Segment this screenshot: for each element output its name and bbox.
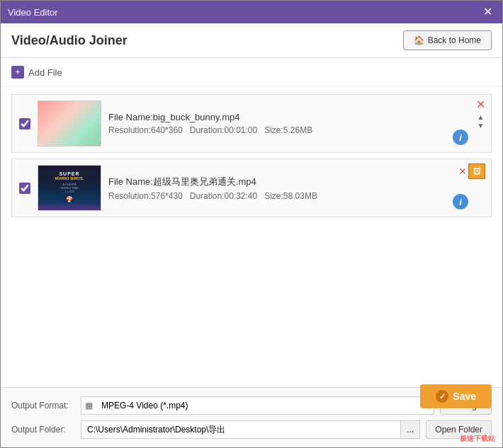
format-label: Output Format: <box>11 401 75 410</box>
add-file-button[interactable]: + Add File <box>11 64 62 81</box>
file1-actions: ✕ ▲ ▼ <box>476 99 485 130</box>
file2-resolution: Resolution:576*430 <box>108 191 183 201</box>
file2-info-button[interactable]: i <box>453 194 468 209</box>
file1-move-button[interactable]: ▲ ▼ <box>477 113 485 130</box>
page-title: Video/Audio Joiner <box>11 33 128 48</box>
format-row: Output Format: ▦ MPEG-4 Video (*.mp4) AV… <box>11 396 492 415</box>
file1-thumbnail <box>38 100 101 147</box>
file-list: File Name:big_buck_bunny.mp4 Resolution:… <box>1 87 502 387</box>
browse-button[interactable]: ... <box>401 420 420 439</box>
file2-info-button-wrapper: i <box>453 194 468 209</box>
folder-label: Output Folder: <box>11 425 75 435</box>
file2-checkbox[interactable] <box>19 183 30 194</box>
file1-name: File Name:big_buck_bunny.mp4 <box>108 112 484 122</box>
thumb2-body: A PLAYERWORLD TIME1-1 200 <box>60 183 78 193</box>
back-home-label: Back to Home <box>428 35 481 45</box>
folder-row: Output Folder: ... Open Folder <box>11 420 492 439</box>
file1-meta: Resolution:640*360 Duration:00:01:00 Siz… <box>108 125 484 135</box>
folder-input-wrapper: ... <box>81 420 420 439</box>
thumb2-sprite: 🍄 <box>66 196 73 202</box>
toolbar: Video/Audio Joiner 🏠 Back to Home <box>1 23 502 58</box>
save-check-icon: ✓ <box>436 390 448 403</box>
file2-info: File Name:超级马里奥兄弟通关.mp4 Resolution:576*4… <box>108 176 484 201</box>
main-window: Video Editor ✕ Video/Audio Joiner 🏠 Back… <box>0 0 503 448</box>
title-bar: Video Editor ✕ <box>1 1 502 23</box>
file1-info: File Name:big_buck_bunny.mp4 Resolution:… <box>108 112 484 135</box>
add-file-icon: + <box>11 66 24 79</box>
save-label: Save <box>453 391 476 402</box>
watermark: 极速下载站 <box>460 434 495 444</box>
file1-checkbox[interactable] <box>19 118 30 130</box>
file2-remove-button[interactable]: ✕ <box>458 163 467 179</box>
add-file-label: Add File <box>28 67 62 78</box>
file1-size: Size:5.26MB <box>264 125 312 135</box>
file-item-1: File Name:big_buck_bunny.mp4 Resolution:… <box>11 94 492 153</box>
file2-meta: Resolution:576*430 Duration:00:32:40 Siz… <box>108 191 484 201</box>
file1-info-button[interactable]: i <box>453 130 468 145</box>
action-bar: + Add File <box>1 58 502 87</box>
file1-duration: Duration:00:01:00 <box>190 125 257 135</box>
thumb2-subtitle: MARIO BROS. <box>55 176 84 180</box>
file2-size: Size:58.03MB <box>264 191 317 201</box>
close-button[interactable]: ✕ <box>480 5 495 19</box>
format-select[interactable]: MPEG-4 Video (*.mp4) AVI MOV MKV <box>81 396 434 415</box>
file2-thumbnail: SUPER MARIO BROS. A PLAYERWORLD TIME1-1 … <box>38 165 101 211</box>
file2-image-button[interactable]: 🖼 <box>468 163 485 179</box>
window-title: Video Editor <box>8 7 58 18</box>
back-home-button[interactable]: 🏠 Back to Home <box>403 30 492 50</box>
file1-remove-button[interactable]: ✕ <box>476 99 485 110</box>
file1-resolution: Resolution:640*360 <box>108 125 183 135</box>
bottom-section: Output Format: ▦ MPEG-4 Video (*.mp4) AV… <box>1 387 502 447</box>
thumb2-title: SUPER <box>59 171 79 176</box>
format-select-wrapper: ▦ MPEG-4 Video (*.mp4) AVI MOV MKV ▼ <box>81 396 434 415</box>
file2-duration: Duration:00:32:40 <box>190 191 257 201</box>
file-item-2: SUPER MARIO BROS. A PLAYERWORLD TIME1-1 … <box>11 159 492 217</box>
file2-actions: ✕ 🖼 <box>458 163 485 179</box>
file1-info-button-wrapper: i <box>453 130 468 145</box>
home-icon: 🏠 <box>414 35 424 45</box>
folder-path-input[interactable] <box>81 420 401 439</box>
file2-name: File Name:超级马里奥兄弟通关.mp4 <box>108 176 484 188</box>
save-button[interactable]: ✓ Save <box>420 384 492 408</box>
